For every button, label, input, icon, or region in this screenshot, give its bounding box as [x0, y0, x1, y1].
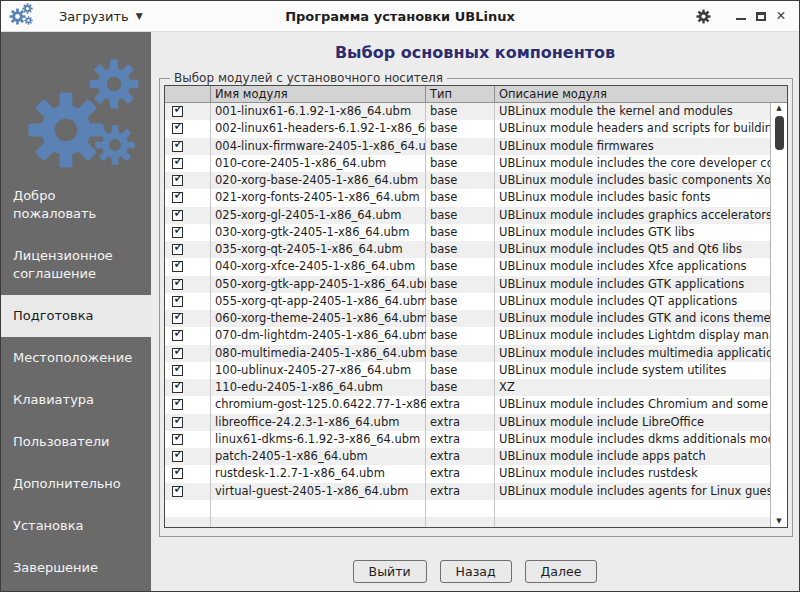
module-name: rustdesk-1.2.7-1-x86_64.ubm: [211, 465, 426, 482]
module-checkbox[interactable]: ✓: [172, 296, 183, 307]
module-checkbox[interactable]: ✓: [172, 106, 183, 117]
module-checkbox[interactable]: ✓: [172, 141, 183, 152]
exit-button[interactable]: Выйти: [353, 560, 427, 583]
minimize-button[interactable]: [731, 5, 751, 27]
table-row[interactable]: ✓ libreoffice-24.2.3-1-x86_64.ubm extra …: [165, 414, 770, 431]
module-checkbox[interactable]: ✓: [172, 468, 183, 479]
module-checkbox[interactable]: ✓: [172, 210, 183, 221]
module-checkbox[interactable]: ✓: [172, 348, 183, 359]
module-description: UBLinux module includes Qt5 and Qt6 libs: [495, 241, 770, 258]
sidebar-item[interactable]: Клавиатура: [1, 379, 151, 421]
load-button[interactable]: Загрузить ▼: [55, 7, 147, 26]
check-icon: ✓: [173, 451, 185, 460]
module-type: base: [426, 138, 495, 155]
table-header: Имя модуля Тип Описание модуля: [165, 86, 787, 103]
installer-window: Загрузить ▼ Программа установки UBLinux …: [0, 0, 800, 592]
table-row[interactable]: ✓ rustdesk-1.2.7-1-x86_64.ubm extra UBLi…: [165, 465, 770, 482]
module-description: UBLinux module includes basic fonts: [495, 189, 770, 206]
module-checkbox[interactable]: ✓: [172, 434, 183, 445]
table-row[interactable]: ✓ 030-xorg-gtk-2405-1-x86_64.ubm base UB…: [165, 224, 770, 241]
module-checkbox[interactable]: ✓: [172, 123, 183, 134]
table-row[interactable]: ✓ 021-xorg-fonts-2405-1-x86_64.ubm base …: [165, 189, 770, 206]
module-type: base: [426, 293, 495, 310]
header-module-name: Имя модуля: [211, 86, 426, 102]
table-row[interactable]: ✓ 100-ublinux-2405-27-x86_64.ubm base UB…: [165, 362, 770, 379]
module-description: UBLinux module includes GTK libs: [495, 224, 770, 241]
module-type: base: [426, 120, 495, 137]
table-row[interactable]: ✓ 035-xorg-qt-2405-1-x86_64.ubm base UBL…: [165, 241, 770, 258]
checkbox-cell: ✓: [165, 417, 211, 428]
table-row[interactable]: ✓ 040-xorg-xfce-2405-1-x86_64.ubm base U…: [165, 258, 770, 275]
table-row[interactable]: ✓ virtual-guest-2405-1-x86_64.ubm extra …: [165, 483, 770, 500]
module-checkbox[interactable]: ✓: [172, 279, 183, 290]
sidebar-item[interactable]: Пользователи: [1, 421, 151, 463]
module-name: chromium-gost-125.0.6422.77-1-x86_64.ubm: [211, 396, 426, 413]
module-checkbox[interactable]: ✓: [172, 244, 183, 255]
module-checkbox[interactable]: ✓: [172, 261, 183, 272]
table-row[interactable]: ✓ 025-xorg-gl-2405-1-x86_64.ubm base UBL…: [165, 207, 770, 224]
check-icon: ✓: [173, 434, 185, 443]
checkbox-cell: ✓: [165, 399, 211, 410]
sidebar-items: Добро пожаловатьЛицензионное соглашениеП…: [1, 175, 151, 589]
vertical-scrollbar[interactable]: ▲ ▼: [770, 103, 787, 527]
table-row[interactable]: ✓ 001-linux61-6.1.92-1-x86_64.ubm base U…: [165, 103, 770, 120]
modules-groupbox: Выбор модулей с установочного носителя И…: [159, 78, 793, 537]
sidebar-item[interactable]: Подготовка: [1, 295, 151, 337]
table-row[interactable]: ✓ 055-xorg-qt-app-2405-1-x86_64.ubm base…: [165, 293, 770, 310]
checkbox-cell: ✓: [165, 365, 211, 376]
sidebar-nav: Добро пожаловатьЛицензионное соглашениеП…: [1, 32, 151, 591]
check-icon: ✓: [173, 244, 185, 253]
checkbox-cell: ✓: [165, 210, 211, 221]
check-icon: ✓: [173, 141, 185, 150]
table-row[interactable]: ✓ 010-core-2405-1-x86_64.ubm base UBLinu…: [165, 155, 770, 172]
sidebar-item[interactable]: Дополнительно: [1, 463, 151, 505]
module-checkbox[interactable]: ✓: [172, 313, 183, 324]
module-description: UBLinux module includes Chromium and som…: [495, 396, 770, 413]
table-row[interactable]: ✓ 050-xorg-gtk-app-2405-1-x86_64.ubm bas…: [165, 276, 770, 293]
scroll-up-icon[interactable]: ▲: [776, 103, 781, 114]
table-row[interactable]: ✓ 020-xorg-base-2405-1-x86_64.ubm base U…: [165, 172, 770, 189]
check-icon: ✓: [173, 468, 185, 477]
back-button[interactable]: Назад: [440, 560, 512, 583]
main-content: Выбор основных компонентов Выбор модулей…: [151, 32, 799, 591]
module-checkbox[interactable]: ✓: [172, 227, 183, 238]
table-row[interactable]: ✓ 002-linux61-headers-6.1.92-1-x86_64.ub…: [165, 120, 770, 137]
table-row[interactable]: ✓ chromium-gost-125.0.6422.77-1-x86_64.u…: [165, 396, 770, 413]
module-checkbox[interactable]: ✓: [172, 451, 183, 462]
table-row[interactable]: ✓ 070-dm-lightdm-2405-1-x86_64.ubm base …: [165, 327, 770, 344]
module-checkbox[interactable]: ✓: [172, 399, 183, 410]
sidebar-item[interactable]: Добро пожаловать: [1, 175, 151, 235]
close-button[interactable]: ×: [771, 5, 791, 27]
module-checkbox[interactable]: ✓: [172, 158, 183, 169]
sidebar-item[interactable]: Местоположение: [1, 337, 151, 379]
table-row[interactable]: ✓ linux61-dkms-6.1.92-3-x86_64.ubm extra…: [165, 431, 770, 448]
checkbox-cell: ✓: [165, 192, 211, 203]
maximize-button[interactable]: [751, 5, 771, 27]
module-name: 080-multimedia-2405-1-x86_64.ubm: [211, 345, 426, 362]
module-type: extra: [426, 396, 495, 413]
module-type: base: [426, 362, 495, 379]
next-button[interactable]: Далее: [525, 560, 598, 583]
module-checkbox[interactable]: ✓: [172, 486, 183, 497]
scrollbar-thumb[interactable]: [775, 116, 784, 150]
module-checkbox[interactable]: ✓: [172, 365, 183, 376]
table-row[interactable]: ✓ 004-linux-firmware-2405-1-x86_64.ubm b…: [165, 138, 770, 155]
module-checkbox[interactable]: ✓: [172, 382, 183, 393]
table-row[interactable]: ✓ 110-edu-2405-1-x86_64.ubm base XZ: [165, 379, 770, 396]
checkbox-cell: ✓: [165, 434, 211, 445]
titlebar-controls: ×: [691, 4, 799, 28]
module-checkbox[interactable]: ✓: [172, 175, 183, 186]
table-row[interactable]: ✓ 080-multimedia-2405-1-x86_64.ubm base …: [165, 345, 770, 362]
scroll-down-icon[interactable]: ▼: [776, 516, 781, 527]
sidebar-item[interactable]: Завершение: [1, 547, 151, 589]
sidebar-item[interactable]: Установка: [1, 505, 151, 547]
module-checkbox[interactable]: ✓: [172, 330, 183, 341]
table-row[interactable]: ✓ 060-xorg-theme-2405-1-x86_64.ubm base …: [165, 310, 770, 327]
sidebar-item[interactable]: Лицензионное соглашение: [1, 235, 151, 295]
check-icon: ✓: [173, 210, 185, 219]
table-row[interactable]: ✓ patch-2405-1-x86_64.ubm extra UBLinux …: [165, 448, 770, 465]
settings-button[interactable]: [691, 4, 715, 28]
module-checkbox[interactable]: ✓: [172, 417, 183, 428]
module-description: UBLinux module includes agents for Linux…: [495, 483, 770, 500]
module-checkbox[interactable]: ✓: [172, 192, 183, 203]
